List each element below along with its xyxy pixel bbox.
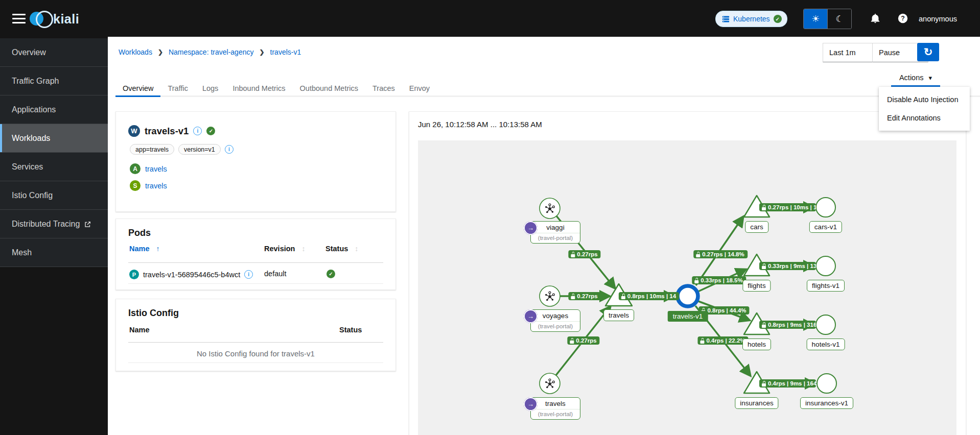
tab-overview[interactable]: Overview: [115, 81, 160, 97]
sidebar-item-label: Istio Config: [12, 191, 53, 200]
sidebar-item-overview[interactable]: Overview: [0, 38, 108, 67]
sidebar-item-traffic-graph[interactable]: Traffic Graph: [0, 67, 108, 95]
graph-node-label-cars[interactable]: cars: [745, 221, 768, 233]
app-link[interactable]: travels: [145, 165, 167, 173]
external-link-icon: [84, 221, 91, 227]
tab-logs[interactable]: Logs: [195, 81, 225, 97]
graph-node-label-travels-portal[interactable]: travels (travel-portal): [530, 397, 580, 420]
sidebar-item-distributed-tracing[interactable]: Distributed Tracing: [0, 210, 108, 238]
pods-column-name[interactable]: Name: [129, 245, 160, 253]
info-icon[interactable]: [244, 270, 253, 279]
edge-label[interactable]: 0.8rps | 9ms | 316: [759, 321, 816, 329]
workload-title-row: W travels-v1: [128, 125, 215, 137]
graph-node-label-insurances[interactable]: insurances: [735, 397, 778, 409]
info-icon[interactable]: [225, 145, 234, 154]
edge-label[interactable]: 0.27rps: [567, 336, 599, 345]
mtls-lock-icon: [700, 338, 704, 344]
sidebar-item-workloads[interactable]: Workloads: [0, 124, 108, 153]
kiali-logo-circle-outline: [36, 11, 53, 28]
label-pill-version: version=v1: [178, 144, 221, 155]
edge-label[interactable]: 0.27rps | 10ms | 10: [759, 203, 816, 211]
notifications-bell-icon[interactable]: [870, 13, 881, 24]
service-link[interactable]: travels: [145, 182, 167, 190]
edge-label[interactable]: 0.27rps: [568, 250, 600, 258]
graph-node-label-viaggi[interactable]: viaggi (travel-portal): [530, 221, 580, 244]
dark-theme-button[interactable]: [827, 9, 851, 29]
sidebar-item-applications[interactable]: Applications: [0, 95, 108, 124]
edge-label[interactable]: 0.8rps | 10ms | 14: [619, 292, 679, 300]
node-travels-v1-selected[interactable]: [678, 286, 698, 306]
edge-text: 0.33rps | 9ms | 13: [768, 263, 816, 269]
graph-node-label-travels-service[interactable]: travels: [603, 309, 634, 321]
actions-dropdown-toggle[interactable]: Actions: [891, 70, 940, 87]
pod-revision: default: [264, 270, 287, 278]
app-reference-row: A travels: [130, 163, 167, 174]
edge-label[interactable]: 0.27rps | 14.8%: [693, 250, 748, 258]
cluster-badge[interactable]: Kubernetes: [715, 11, 787, 27]
tab-outbound-metrics[interactable]: Outbound Metrics: [293, 81, 365, 97]
edge-label[interactable]: 0.27rps: [568, 292, 600, 300]
service-reference-row: S travels: [130, 180, 167, 191]
health-check-icon[interactable]: [206, 127, 215, 135]
sort-icon[interactable]: [301, 245, 305, 253]
pods-column-revision[interactable]: Revision: [264, 245, 305, 253]
sidebar-item-services[interactable]: Services: [0, 153, 108, 181]
breadcrumb-current[interactable]: travels-v1: [270, 48, 301, 56]
sidebar-item-label: Traffic Graph: [12, 77, 59, 86]
sidebar-nav: Overview Traffic Graph Applications Work…: [0, 38, 108, 267]
node-cars-v1[interactable]: [816, 198, 835, 217]
graph-node-label-cars-v1[interactable]: cars-v1: [809, 221, 842, 233]
edge-label[interactable]: 0.4rps | 9ms | 164: [759, 379, 816, 388]
nav-toggle-icon[interactable]: [12, 14, 26, 23]
graph-svg: [418, 140, 956, 435]
pods-column-status[interactable]: Status: [325, 245, 358, 253]
breadcrumb-workloads[interactable]: Workloads: [119, 48, 152, 56]
edge-label[interactable]: 0.33rps | 9ms | 13: [759, 262, 816, 270]
sidebar-item-label: Services: [12, 162, 43, 172]
breadcrumb-namespace[interactable]: Namespace: travel-agency: [169, 48, 254, 56]
table-divider: [128, 362, 383, 363]
light-theme-button[interactable]: [804, 9, 827, 29]
node-flights-v1[interactable]: [816, 256, 835, 276]
edge-label[interactable]: 0.33rps | 18.5%: [692, 276, 746, 284]
cluster-name: Kubernetes: [733, 15, 770, 23]
menu-item-edit-annotations[interactable]: Edit Annotations: [879, 109, 970, 127]
istio-config-card: Istio Config Name Status No Istio Config…: [115, 299, 396, 371]
sidebar-item-istio-config[interactable]: Istio Config: [0, 181, 108, 210]
detail-tabs: Overview Traffic Logs Inbound Metrics Ou…: [115, 81, 980, 97]
info-icon[interactable]: [193, 127, 202, 135]
graph-node-label-flights[interactable]: flights: [742, 280, 771, 292]
tab-traffic[interactable]: Traffic: [160, 81, 195, 97]
mtls-lock-icon: [571, 252, 575, 257]
node-hotels-v1[interactable]: [816, 315, 835, 334]
sidebar-item-label: Distributed Tracing: [12, 220, 80, 229]
sidebar-item-mesh[interactable]: Mesh: [0, 238, 108, 267]
menu-item-disable-auto-injection[interactable]: Disable Auto Injection: [879, 90, 970, 109]
graph-node-label-voyages[interactable]: voyages (travel-portal): [530, 309, 580, 332]
breadcrumb: Workloads ❯ Namespace: travel-agency ❯ t…: [119, 48, 301, 56]
pod-row-revision: default: [264, 270, 287, 278]
graph-node-label-travels-v1[interactable]: travels-v1: [668, 311, 708, 322]
help-icon[interactable]: ?: [897, 13, 908, 24]
edge-label[interactable]: 0.4rps | 22.2%: [697, 336, 748, 345]
tab-traces[interactable]: Traces: [365, 81, 402, 97]
mtls-lock-icon: [762, 205, 766, 210]
sort-asc-icon[interactable]: [156, 245, 160, 253]
graph-node-label-flights-v1[interactable]: flights-v1: [807, 280, 845, 292]
refresh-button[interactable]: [917, 43, 939, 61]
sort-icon[interactable]: [355, 245, 358, 253]
node-insurances-v1[interactable]: [817, 374, 836, 393]
pod-healthy-icon: [326, 270, 335, 278]
graph-node-label-insurances-v1[interactable]: insurances-v1: [800, 397, 853, 409]
graph-node-label-hotels[interactable]: hotels: [742, 339, 771, 350]
chevron-right-icon: ❯: [158, 49, 163, 56]
tab-envoy[interactable]: Envoy: [402, 81, 437, 97]
istio-column-status: Status: [339, 326, 362, 334]
username[interactable]: anonymous: [919, 15, 957, 23]
graph-node-label-hotels-v1[interactable]: hotels-v1: [807, 339, 845, 350]
app-badge: A: [130, 163, 141, 174]
graph-canvas[interactable]: viaggi (travel-portal) voyages (travel-p…: [418, 140, 956, 435]
tab-inbound-metrics[interactable]: Inbound Metrics: [225, 81, 292, 97]
mtls-lock-icon: [762, 263, 766, 269]
actions-label: Actions: [899, 74, 924, 82]
